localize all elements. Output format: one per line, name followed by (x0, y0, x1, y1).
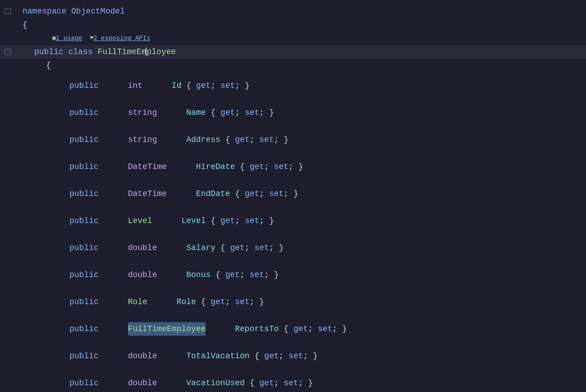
type-level: Level (128, 214, 152, 228)
line-open-brace-1: { (0, 18, 586, 32)
punct-enddate: { (230, 187, 244, 201)
kw-set-name: set (245, 106, 259, 119)
kw-get-level: get (220, 214, 235, 228)
punct-get-vacused: ; (274, 376, 284, 390)
collapse-namespace[interactable]: − (5, 8, 11, 14)
punct-name: { (206, 106, 220, 119)
kw-get-salary: get (230, 241, 244, 255)
line-open-brace-2: { (0, 59, 586, 72)
line-namespace: − namespace ObjectModel (0, 5, 586, 18)
punct-get-totalvac: ; (279, 349, 289, 363)
prop-level-val: Level (181, 214, 206, 228)
prop-reportsto-val: ReportsTo (235, 322, 279, 336)
kw-public-name: public (69, 106, 99, 119)
kw-get-hiredate: get (250, 160, 264, 173)
gutter-class: − (5, 49, 23, 55)
kw-set-vacused: set (284, 376, 298, 390)
punct-bonus: { (211, 268, 225, 282)
kw-get-address: get (235, 133, 249, 146)
punct-address: { (220, 133, 235, 146)
kw-get-totalvac: get (264, 349, 279, 363)
kw-set-enddate: set (269, 187, 284, 201)
kw-class: class (69, 45, 93, 59)
punct-hiredate: { (235, 160, 249, 173)
prop-role-val: Role (177, 295, 196, 309)
classname-fulltimeemployee-2: ployee (146, 45, 176, 59)
type-double-bonus: double (128, 268, 157, 282)
punct-get-name: ; (235, 106, 245, 119)
punct-set-enddate: ; } (284, 187, 298, 201)
code-prop-level: public Level Level { get ; set ; } (69, 207, 586, 234)
collapse-class[interactable]: − (5, 49, 11, 55)
kw-get-role: get (211, 295, 225, 309)
punct-set-level: ; } (259, 214, 274, 228)
gutter-namespace: − (5, 8, 23, 14)
punct-reportsto: { (279, 322, 293, 336)
line-prop-totalvacation: public double TotalVacation { get ; set … (0, 342, 586, 369)
line-prop-level: public Level Level { get ; set ; } (0, 207, 586, 234)
punct-get-role: ; (225, 295, 235, 309)
code-namespace: namespace ObjectModel (23, 5, 586, 18)
punct-set-reportsto: ; } (332, 322, 347, 336)
line-prop-id: public int Id { get ; set ; } (0, 72, 586, 99)
punct-salary: { (215, 241, 230, 255)
punct-get-enddate: ; (259, 187, 269, 201)
kw-public-id: public (69, 79, 99, 92)
kw-set-id: set (220, 79, 235, 92)
kw-get-reportsto: get (293, 322, 308, 336)
kw-public-address: public (69, 133, 99, 146)
line-meta: ▣ 1 usage ⚑ 2 exposing APIs (0, 32, 586, 45)
code-editor: − namespace ObjectModel { ▣ 1 usage ⚑ 2 … (0, 0, 586, 392)
code-prop-id: public int Id { get ; set ; } (69, 72, 586, 99)
kw-set-address: set (259, 133, 274, 146)
kw-set-role: set (235, 295, 249, 309)
type-fte-reportsto: FullTimeEmployee (128, 322, 206, 336)
code-ob2: { (46, 59, 586, 72)
kw-set-hiredate: set (274, 160, 288, 173)
punct-level: { (206, 214, 220, 228)
usage-label[interactable]: 1 usage (56, 32, 82, 45)
line-class-decl: − public class FullTimeEmployee (0, 45, 586, 59)
type-datetime-end: DateTime (128, 187, 167, 201)
punct-get-address: ; (250, 133, 260, 146)
kw-get-id: get (196, 79, 211, 92)
kw-public-totalvac: public (69, 349, 99, 363)
punct-role: { (196, 295, 211, 309)
api-label[interactable]: 2 exposing APIs (93, 32, 150, 45)
type-datetime-hire: DateTime (128, 160, 167, 173)
punct-vacused: { (245, 376, 259, 390)
type-string-address: string (128, 133, 157, 146)
kw-get-bonus: get (225, 268, 240, 282)
punct-set-bonus: ; } (264, 268, 279, 282)
classname-fulltimeemployee: FullTimeEm (97, 45, 146, 59)
line-prop-vacationused: public double VacationUsed { get ; set ;… (0, 369, 586, 392)
code-prop-name: public string Name { get ; set ; } (69, 99, 586, 126)
prop-hiredate-val: HireDate (196, 160, 235, 173)
line-prop-name: public string Name { get ; set ; } (0, 99, 586, 126)
prop-id: Id (172, 79, 182, 92)
type-double-salary: double (128, 241, 157, 255)
code-prop-address: public string Address { get ; set ; } (69, 126, 586, 153)
punct-get-salary: ; (245, 241, 255, 255)
line-prop-address: public string Address { get ; set ; } (0, 126, 586, 153)
punct-set-hiredate: ; } (288, 160, 303, 173)
prop-name-val: Name (186, 106, 206, 119)
type-int: int (128, 79, 142, 92)
prop-enddate-val: EndDate (196, 187, 230, 201)
punct-totalvac: { (250, 349, 264, 363)
kw-public-bonus: public (69, 268, 99, 282)
kw-public-salary: public (69, 241, 99, 255)
line-prop-hiredate: public DateTime HireDate { get ; set ; } (0, 153, 586, 180)
kw-get-enddate: get (245, 187, 259, 201)
punct-ob1: { (23, 18, 27, 32)
code-ob1: { (23, 18, 586, 32)
kw-public-reportsto: public (69, 322, 99, 336)
kw-get-vacused: get (259, 376, 274, 390)
code-prop-enddate: public DateTime EndDate { get ; set ; } (69, 180, 586, 207)
meta-spacer (82, 32, 90, 45)
kw-set-totalvac: set (288, 349, 303, 363)
punct-set-address: ; } (274, 133, 288, 146)
type-double-vacused: double (128, 376, 157, 390)
code-prop-bonus: public double Bonus { get ; set ; } (69, 261, 586, 288)
code-prop-vacationused: public double VacationUsed { get ; set ;… (69, 369, 586, 392)
